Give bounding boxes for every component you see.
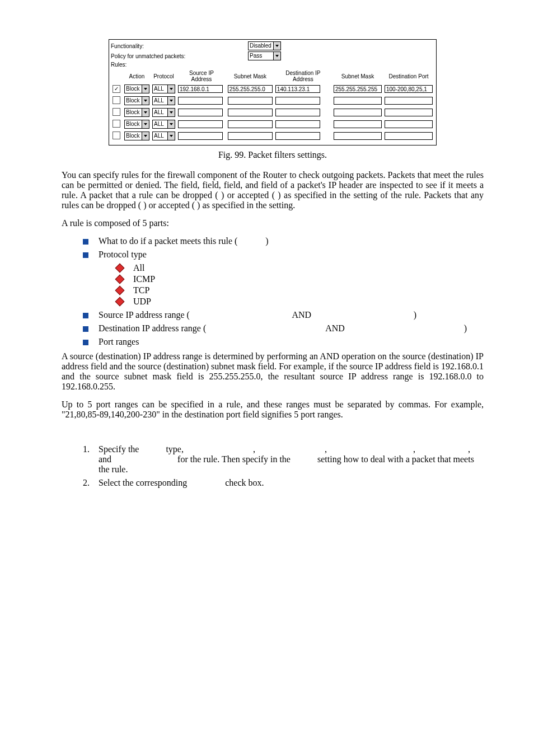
protocol-select[interactable]: ALL — [152, 120, 175, 129]
functionality-select-value: Disabled — [248, 41, 274, 50]
list-item: TCP — [116, 285, 484, 295]
rules-label: Rules: — [110, 62, 248, 68]
svg-marker-10 — [144, 135, 147, 137]
protocol-select[interactable]: ALL — [152, 132, 175, 140]
source-ip-input[interactable] — [178, 109, 223, 116]
src-subnet-input[interactable] — [228, 85, 273, 93]
action-select[interactable]: Block — [124, 120, 149, 129]
paragraph-2: A rule is composed of 5 parts: — [62, 218, 484, 228]
dest-port-input[interactable] — [385, 97, 433, 105]
protocol-value: ALL — [152, 84, 168, 93]
dest-port-input[interactable] — [385, 85, 433, 93]
protocol-value: ALL — [152, 120, 168, 129]
list-number: 1. — [83, 444, 99, 475]
dest-ip-input[interactable] — [275, 97, 320, 105]
paragraph-3: A source (destination) IP address range … — [62, 351, 484, 392]
col-protocol: Protocol — [152, 70, 176, 82]
dest-port-input[interactable] — [385, 120, 433, 128]
action-select[interactable]: Block — [124, 132, 149, 140]
document-page: Functionality: Disabled Policy for unmat… — [0, 0, 534, 756]
dest-port-input[interactable] — [385, 132, 433, 140]
square-bullet-icon — [83, 239, 88, 245]
rules-label-row: Rules: — [110, 61, 435, 68]
list-item: Port ranges — [83, 337, 484, 347]
source-ip-input[interactable] — [178, 132, 223, 140]
table-row: Block ALL — [112, 96, 433, 106]
src-subnet-input[interactable] — [228, 120, 273, 128]
source-ip-input[interactable] — [178, 120, 223, 128]
enabled-checkbox[interactable] — [113, 120, 120, 128]
diamond-bullet-icon — [115, 264, 125, 273]
enabled-checkbox[interactable] — [113, 108, 120, 116]
col-action: Action — [124, 70, 150, 82]
chevron-down-icon — [142, 108, 149, 117]
paragraph-4: Up to 5 port ranges can be specified in … — [62, 400, 484, 420]
dest-subnet-input[interactable] — [334, 132, 382, 140]
bullet-text: ) — [414, 310, 484, 320]
source-ip-input[interactable] — [178, 85, 223, 93]
dest-subnet-input[interactable] — [334, 120, 382, 128]
action-value: Block — [124, 132, 142, 140]
chevron-down-icon — [274, 41, 281, 50]
dest-subnet-input[interactable] — [334, 85, 382, 93]
list-item: UDP — [116, 297, 484, 307]
dest-subnet-input[interactable] — [334, 109, 382, 116]
svg-marker-3 — [170, 88, 173, 90]
chevron-down-icon — [274, 51, 281, 60]
chevron-down-icon — [168, 96, 175, 105]
chevron-down-icon — [142, 132, 149, 140]
col-subnet1: Subnet Mask — [227, 70, 273, 82]
rules-table: Action Protocol Source IP Address Subnet… — [110, 68, 435, 143]
chevron-down-icon — [168, 132, 175, 140]
policy-select[interactable]: Pass — [248, 51, 281, 60]
bullet-list: Source IP address range ( AND ) Destinat… — [62, 310, 484, 347]
list-item: ICMP — [116, 274, 484, 284]
enabled-checkbox[interactable] — [113, 96, 120, 104]
col-subnet2: Subnet Mask — [333, 70, 382, 82]
dest-ip-input[interactable] — [275, 132, 320, 140]
dest-subnet-input[interactable] — [334, 97, 382, 105]
bullet-text: What to do if a packet meets this rule ( — [99, 236, 237, 246]
svg-marker-7 — [170, 111, 173, 114]
src-subnet-input[interactable] — [228, 97, 273, 105]
enabled-checkbox[interactable]: ✓ — [113, 85, 120, 93]
col-source: Source IP Address — [177, 70, 226, 82]
dest-port-input[interactable] — [385, 109, 433, 116]
enabled-checkbox[interactable] — [113, 132, 120, 139]
action-select[interactable]: Block — [124, 108, 149, 117]
chevron-down-icon — [142, 120, 149, 129]
action-value: Block — [124, 84, 142, 93]
bullet-text: Port ranges — [99, 337, 484, 347]
protocol-select[interactable]: ALL — [152, 108, 175, 117]
policy-select-value: Pass — [248, 51, 274, 60]
svg-marker-9 — [170, 123, 173, 125]
diamond-bullet-icon — [115, 286, 125, 295]
dest-ip-input[interactable] — [275, 120, 320, 128]
protocol-select[interactable]: ALL — [152, 96, 175, 105]
protocol-value: ALL — [152, 96, 168, 105]
bullet-text: AND — [292, 310, 311, 320]
source-ip-input[interactable] — [178, 97, 223, 105]
col-dest: Destination IP Address — [275, 70, 331, 82]
bullet-text: Protocol type — [99, 250, 484, 260]
action-select[interactable]: Block — [124, 84, 149, 93]
action-value: Block — [124, 108, 142, 117]
bullet-text: AND — [325, 323, 345, 334]
protocol-select[interactable]: ALL — [152, 84, 175, 93]
list-item-text: Select the corresponding check box. — [99, 478, 484, 488]
svg-marker-4 — [144, 100, 147, 102]
list-item: All — [116, 263, 484, 273]
src-subnet-input[interactable] — [228, 109, 273, 116]
chevron-down-icon — [142, 96, 149, 105]
bullet-text: ) — [464, 323, 484, 334]
functionality-select[interactable]: Disabled — [248, 41, 281, 50]
src-subnet-input[interactable] — [228, 132, 273, 140]
sub-bullet-list: All ICMP TCP UDP — [62, 263, 484, 307]
dest-ip-input[interactable] — [275, 85, 320, 93]
protocol-value: ALL — [152, 108, 168, 117]
functionality-row: Functionality: Disabled — [110, 41, 435, 51]
svg-marker-0 — [275, 45, 279, 47]
sub-bullet-text: ICMP — [133, 274, 155, 284]
dest-ip-input[interactable] — [275, 109, 320, 116]
action-select[interactable]: Block — [124, 96, 149, 105]
